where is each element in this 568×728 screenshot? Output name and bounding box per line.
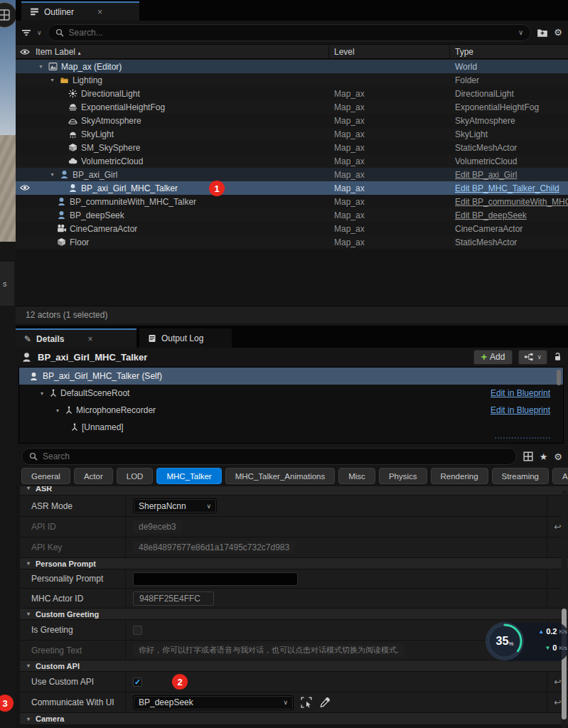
revert-icon[interactable]: ↩ [554,697,561,707]
check-icon: ✓ [134,678,141,687]
tab-lod[interactable]: LOD [117,468,154,484]
add-component-button[interactable]: + Add [473,350,513,365]
section-persona-prompt[interactable]: ▾ Persona Prompt [20,558,568,569]
table-row[interactable]: BP_deepSeek Map_ax Edit BP_deepSeek [16,208,568,222]
clipped-side-label: s [3,279,7,288]
close-icon[interactable]: × [97,7,102,17]
table-row-selected[interactable]: BP_axi_Girl_MHC_Talker 1 Map_ax Edit BP_… [16,181,568,195]
asr-mode-dropdown[interactable]: SherpaNcnn ∨ [133,498,217,513]
table-row[interactable]: BP_communiteWith_MHC_Talker Map_ax Edit … [16,195,568,208]
tab-details[interactable]: ✎ Details × [16,328,136,348]
chevron-down-icon: ∨ [537,353,542,360]
tab-general[interactable]: General [21,468,70,484]
table-row[interactable]: CineCameraActor Map_ax CineCameraActor [16,222,568,235]
eyedropper-icon[interactable] [319,697,330,708]
tab-outliner[interactable]: Outliner × [21,1,139,21]
property-label: API Key [20,542,125,552]
overlay-gauge[interactable]: 35% ▲ 0.2 K/s ▼ 0 K/s [469,620,568,664]
row-type-link[interactable]: Edit BP_communiteWith_MHC [455,197,568,207]
table-row[interactable]: ▾ BP_axi_Girl Map_ax Edit BP_axi_Girl [16,168,568,181]
details-settings-gear-icon[interactable]: ⚙ [554,451,562,462]
table-row[interactable]: SkyAtmosphere Map_ax SkyAtmosphere [16,114,568,127]
table-row[interactable]: DirectionalLight Map_ax DirectionalLight [16,87,568,100]
expand-icon[interactable]: ▾ [48,77,56,83]
revert-icon[interactable]: ↩ [554,522,561,532]
tab-output-log-label: Output Log [161,333,203,343]
eye-column-icon[interactable] [20,48,30,55]
search-chevron-icon[interactable]: ∨ [518,28,523,36]
table-row[interactable]: VolumetricCloud Map_ax VolumetricCloud [16,154,568,168]
directional-light-icon [68,89,77,98]
section-custom-greeting[interactable]: ▾ Custom Greeting [20,609,568,620]
row-label: CineCameraActor [70,224,137,234]
outliner-search-placeholder: Search... [69,28,103,38]
scene-component-icon [70,423,79,432]
pawn-icon [29,372,38,381]
component-row-self[interactable]: BP_axi_Girl_MHC_Talker (Self) [19,368,563,385]
table-row[interactable]: ExponentialHeightFog Map_ax ExponentialH… [16,100,568,114]
table-row[interactable]: SM_SkySphere Map_ax StaticMeshActor [16,141,568,154]
upload-speed: ▲ 0.2 K/s [530,627,567,636]
component-row[interactable]: ▾ MicrophoneRecorder Edit in Blueprint [19,402,563,419]
table-row[interactable]: SkyLight Map_ax SkyLight [16,127,568,141]
personality-prompt-input[interactable] [133,572,298,586]
new-folder-icon[interactable] [537,28,548,38]
api-id-value: de9eceb3 [133,520,182,533]
section-asr[interactable]: ▾ ASR [20,486,568,496]
outliner-icon [30,7,39,16]
tab-all[interactable]: All [552,468,568,484]
tab-physics[interactable]: Physics [379,468,427,484]
table-row[interactable]: ▾ Map_ax (Editor) World [16,60,568,73]
column-item-label[interactable]: Item Label ▴ [36,47,80,57]
display-options-icon[interactable] [523,451,533,461]
clipped-side-panel: s [0,262,14,306]
tab-mhc-talker[interactable]: MHC_Talker [156,468,221,484]
edit-in-blueprint-link[interactable]: Edit in Blueprint [491,405,550,415]
mhc-actor-id-value[interactable]: 948FF25E4FFC [133,592,214,606]
collapse-icon: ▾ [27,663,30,669]
search-icon [55,28,64,37]
gauge-percent: 35% [485,621,525,661]
column-level[interactable]: Level [334,47,355,57]
column-type[interactable]: Type [455,47,473,57]
row-label: Lighting [73,75,102,85]
tab-actor[interactable]: Actor [74,468,113,484]
edit-in-blueprint-link[interactable]: Edit in Blueprint [491,388,550,398]
details-search-input[interactable]: Search [21,448,517,465]
favorites-star-icon[interactable]: ★ [540,451,548,462]
section-camera[interactable]: ▾ Camera [20,713,568,725]
filter-icon[interactable] [21,28,31,37]
component-row[interactable]: ▾ DefaultSceneRoot Edit in Blueprint [19,385,563,402]
row-type-link[interactable]: Edit BP_MHC_Talker_Child [455,183,559,193]
expand-icon[interactable]: ▾ [53,407,62,414]
expand-icon[interactable]: ▾ [37,63,45,70]
property-label: API ID [20,522,125,532]
row-type-link[interactable]: Edit BP_deepSeek [455,210,527,220]
table-row[interactable]: Floor Map_ax StaticMeshActor [16,235,568,249]
is-greeting-checkbox[interactable] [133,626,142,635]
close-icon[interactable]: × [87,334,92,344]
row-type-link[interactable]: Edit BP_axi_Girl [455,170,517,180]
filter-chevron-icon[interactable]: ∨ [37,29,42,36]
select-object-icon[interactable] [301,697,312,708]
tab-streaming[interactable]: Streaming [492,468,549,484]
use-custom-api-checkbox[interactable]: ✓ [133,678,142,687]
tab-output-log[interactable]: Output Log [139,328,232,348]
visibility-eye-icon[interactable] [20,184,30,191]
unlock-icon[interactable] [553,352,562,363]
details-tabbar: ✎ Details × Output Log [16,326,568,348]
table-row[interactable]: ▾ Lighting Folder [16,73,568,87]
expand-icon[interactable]: ▾ [48,171,56,178]
outliner-search-input[interactable]: Search... ∨ [48,24,532,41]
outliner-settings-gear-icon[interactable]: ⚙ [554,27,562,38]
component-row[interactable]: [Unnamed] [19,419,563,436]
tab-rendering[interactable]: Rendering [431,468,488,484]
expand-icon[interactable]: ▾ [38,390,46,397]
component-scrollbar-thumb[interactable] [557,370,561,385]
tab-mhc-talker-animations[interactable]: MHC_Talker_Animations [225,468,336,484]
blueprint-actions-button[interactable]: ∨ [518,350,547,365]
communicate-with-ui-dropdown[interactable]: BP_deepSeek ∨ [133,695,294,710]
revert-icon[interactable]: ↩ [554,677,561,687]
tab-misc[interactable]: Misc [338,468,375,484]
download-speed: ▼ 0 K/s [530,643,567,652]
